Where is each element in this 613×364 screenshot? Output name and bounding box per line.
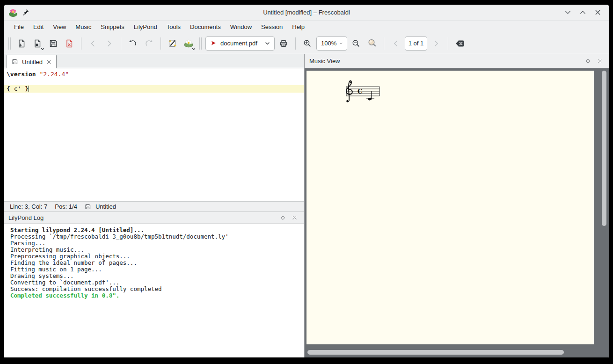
toolbar-handle[interactable]: [199, 37, 202, 50]
log-line: Preprocessing graphical objects...: [10, 253, 304, 260]
window-title: Untitled [modified] – Frescobaldi: [4, 9, 609, 16]
score-page[interactable]: C: [306, 71, 594, 344]
vscroll-thumb[interactable]: [602, 71, 606, 226]
lilypond-log-output: Starting lilypond 2.24.4 [Untitled]... P…: [4, 224, 304, 357]
close-panel-icon[interactable]: [597, 58, 603, 64]
new-document-button[interactable]: [15, 36, 29, 51]
menu-music[interactable]: Music: [71, 22, 96, 32]
chevron-down-icon: [265, 42, 270, 45]
music-score[interactable]: C: [341, 78, 393, 106]
clear-button[interactable]: [453, 36, 467, 51]
lilypond-log-title: LilyPond Log: [8, 214, 44, 221]
tab-untitled[interactable]: Untitled: [7, 55, 57, 68]
editor-pane: Untitled \version "2.24.4" { c' } Line: …: [4, 54, 304, 357]
float-panel-icon[interactable]: [585, 58, 591, 64]
tab-close-icon[interactable]: [46, 59, 51, 65]
code-line-3-current: { c' }: [4, 85, 304, 93]
document-modified-icon: [85, 204, 91, 210]
main-toolbar: document.pdf 100%: [4, 33, 609, 54]
menu-session[interactable]: Session: [256, 22, 287, 32]
status-pos: Pos: 1/4: [55, 203, 77, 210]
toolbar-handle[interactable]: [8, 37, 11, 50]
log-line: Parsing...: [10, 240, 304, 247]
code-line-2: [4, 78, 304, 86]
close-document-button[interactable]: [62, 36, 76, 51]
document-selector-combobox[interactable]: document.pdf: [205, 36, 275, 51]
menu-snippets[interactable]: Snippets: [96, 22, 129, 32]
menu-file[interactable]: File: [9, 22, 29, 32]
log-line: Processing `/tmp/frescobaldi-3_g0ou8b/tm…: [10, 233, 304, 240]
tab-label: Untitled: [22, 58, 43, 66]
log-line: Interpreting music...: [10, 247, 304, 253]
log-line: Success: compilation successfully comple…: [10, 286, 304, 292]
music-view-title: Music View: [309, 58, 340, 65]
print-button[interactable]: [277, 36, 291, 51]
menu-edit[interactable]: Edit: [29, 22, 48, 32]
menu-view[interactable]: View: [48, 22, 71, 32]
go-forward-button[interactable]: [102, 36, 116, 51]
statusbar: Line: 3, Col: 7 Pos: 1/4 Untitled: [4, 201, 304, 211]
save-document-button[interactable]: [46, 36, 60, 51]
log-line: Drawing systems...: [10, 273, 304, 279]
toolbar-separator: [295, 37, 296, 50]
modified-save-icon: [12, 58, 18, 65]
music-view-pane: Music View: [304, 54, 609, 357]
zoom-out-button[interactable]: [349, 36, 363, 51]
log-line: Starting lilypond 2.24.4 [Untitled]...: [10, 227, 304, 233]
toolbar-separator: [81, 37, 81, 50]
go-back-button[interactable]: [86, 36, 100, 51]
menu-window[interactable]: Window: [226, 22, 256, 32]
menu-tools[interactable]: Tools: [162, 22, 185, 32]
log-line: Fitting music on 1 page...: [10, 266, 304, 273]
close-panel-icon[interactable]: [292, 215, 298, 221]
page-number-field[interactable]: 1 of 1: [405, 36, 427, 51]
menu-help[interactable]: Help: [287, 22, 309, 32]
code-editor[interactable]: \version "2.24.4" { c' }: [4, 68, 304, 201]
log-line-success: Completed successfully in 0.8".: [10, 292, 304, 299]
music-view-header: Music View: [305, 54, 609, 68]
magnifier-tool-button[interactable]: [365, 36, 379, 51]
hscroll-thumb[interactable]: [307, 350, 564, 355]
redo-button[interactable]: [142, 36, 156, 51]
status-docname: Untitled: [95, 203, 116, 210]
app-window: Untitled [modified] – Frescobaldi File E…: [4, 5, 609, 357]
toolbar-separator: [448, 37, 448, 50]
document-selector-value: document.pdf: [220, 40, 262, 47]
previous-page-button[interactable]: [389, 36, 403, 51]
float-panel-icon[interactable]: [280, 215, 286, 221]
undo-button[interactable]: [126, 36, 140, 51]
pdf-icon: [210, 40, 217, 47]
open-document-button[interactable]: [30, 36, 44, 51]
menu-lilypond[interactable]: LilyPond: [129, 22, 162, 32]
zoom-level-combobox[interactable]: 100%: [316, 36, 347, 51]
code-line-1: \version "2.24.4": [4, 71, 304, 78]
toolbar-separator: [384, 37, 384, 50]
lilypond-compile-button[interactable]: [182, 36, 196, 51]
log-line: Finding the ideal number of pages...: [10, 260, 304, 266]
document-tabbar: Untitled: [4, 54, 304, 68]
zoom-in-button[interactable]: [300, 36, 314, 51]
page-number-value: 1 of 1: [409, 40, 424, 47]
edit-in-place-button[interactable]: [166, 36, 180, 51]
toolbar-separator: [121, 37, 121, 50]
music-view-canvas: C: [305, 68, 609, 357]
lilypond-log-header: LilyPond Log: [4, 211, 304, 224]
music-vertical-scrollbar[interactable]: [601, 70, 607, 347]
log-line: Converting to `document.pdf'...: [10, 279, 304, 286]
time-signature: C: [358, 87, 363, 95]
music-horizontal-scrollbar[interactable]: [306, 349, 598, 355]
status-line-col: Line: 3, Col: 7: [10, 203, 47, 210]
toolbar-separator: [161, 37, 161, 50]
next-page-button[interactable]: [429, 36, 443, 51]
menubar: File Edit View Music Snippets LilyPond T…: [4, 21, 609, 33]
text-cursor: [29, 86, 29, 92]
menu-documents[interactable]: Documents: [185, 22, 226, 32]
zoom-level-value: 100%: [321, 40, 336, 47]
titlebar[interactable]: Untitled [modified] – Frescobaldi: [4, 5, 609, 21]
chevron-down-icon: [340, 42, 343, 45]
